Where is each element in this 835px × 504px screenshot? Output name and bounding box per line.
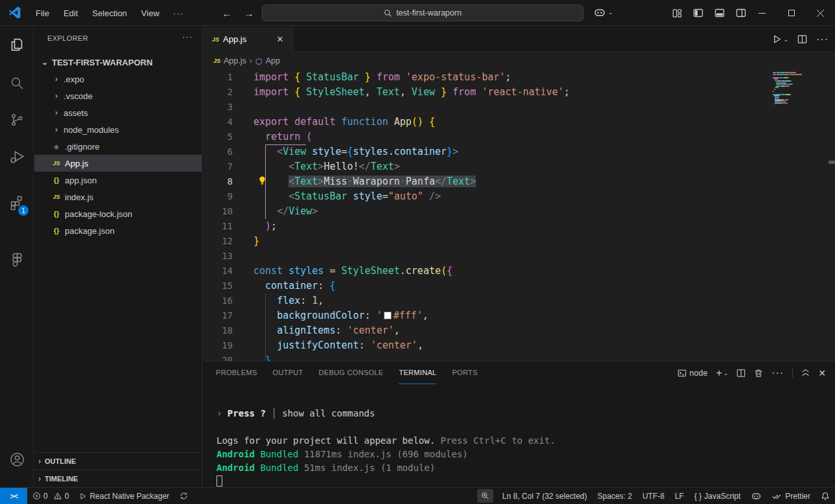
formatter-status[interactable]: Prettier xyxy=(767,488,816,504)
terminal-line: Logs for your project will appear below.… xyxy=(217,434,829,448)
breadcrumb-separator: › xyxy=(250,56,252,65)
minimap[interactable] xyxy=(773,72,816,106)
code-text: alignItems: 'center', xyxy=(253,323,400,338)
section-timeline[interactable]: ›TIMELINE xyxy=(34,470,202,487)
code-line-2: 2import { StyleSheet, Text, View } from … xyxy=(203,85,835,100)
sync-status[interactable] xyxy=(174,488,193,504)
chevron-down-icon: ⌄ xyxy=(40,58,50,67)
maximize-panel-icon[interactable] xyxy=(801,369,810,377)
search-view-icon[interactable] xyxy=(0,67,34,98)
close-panel-icon[interactable]: ✕ xyxy=(818,368,826,378)
code-text: ); xyxy=(253,219,277,234)
tree-item--gitignore[interactable]: ◈.gitignore xyxy=(34,138,202,155)
color-swatch xyxy=(384,312,392,319)
maximize-button[interactable] xyxy=(777,0,806,26)
cursor-position-status[interactable]: Ln 8, Col 7 (32 selected) xyxy=(497,488,593,504)
menu-edit[interactable]: Edit xyxy=(56,6,85,21)
explorer-more-actions-icon[interactable]: ··· xyxy=(182,32,193,41)
menu-view[interactable]: View xyxy=(134,6,167,21)
breadcrumb[interactable]: JSApp.js›⬡App xyxy=(203,52,835,70)
tree-item--expo[interactable]: ›.expo xyxy=(34,71,202,87)
line-number: 2 xyxy=(203,85,233,100)
double-check-icon xyxy=(772,492,782,500)
code-line-10: 10 </View> xyxy=(203,204,835,219)
copilot-status[interactable] xyxy=(746,488,767,504)
remote-indicator[interactable]: >< xyxy=(0,488,27,504)
minimize-button[interactable] xyxy=(747,0,777,26)
nav-back-icon[interactable]: ← xyxy=(219,5,235,21)
copilot-menu[interactable]: ⌄ xyxy=(593,6,613,19)
tree-item-label: package.json xyxy=(65,226,115,236)
code-editor[interactable]: 1import { StatusBar } from 'expo-status-… xyxy=(203,70,835,361)
panel-more-actions-icon[interactable]: ··· xyxy=(771,367,784,379)
customize-layout-icon[interactable] xyxy=(669,5,685,21)
breadcrumb-item-app.js[interactable]: JSApp.js xyxy=(213,56,246,65)
menu-selection[interactable]: Selection xyxy=(85,6,134,21)
tree-item-assets[interactable]: ›assets xyxy=(34,104,202,121)
toggle-panel-icon[interactable] xyxy=(712,5,727,21)
language-mode-status[interactable]: { } JavaScript xyxy=(689,488,746,504)
tree-item-node-modules[interactable]: ›node_modules xyxy=(34,121,202,138)
tree-item-app-json[interactable]: {}app.json xyxy=(34,172,202,189)
tree-item--vscode[interactable]: ›.vscode xyxy=(34,87,202,104)
tree-item-app-js[interactable]: JSApp.js xyxy=(34,155,202,172)
breadcrumb-item-app[interactable]: ⬡App xyxy=(255,56,280,66)
tree-item-package-lock-json[interactable]: {}package-lock.json xyxy=(34,205,202,222)
new-terminal-button[interactable]: +⌄ xyxy=(716,367,728,379)
menu-more-icon[interactable]: ··· xyxy=(167,6,190,21)
panel-tab-ports[interactable]: PORTS xyxy=(452,361,477,384)
code-line-4: 4export default function App() { xyxy=(203,115,835,130)
terminal-icon xyxy=(677,369,687,378)
problems-status[interactable]: 0 0 xyxy=(27,488,74,504)
kill-terminal-icon[interactable] xyxy=(754,369,763,378)
section-outline[interactable]: ›OUTLINE xyxy=(34,452,202,470)
code-line-18: 18 alignItems: 'center', xyxy=(203,323,835,338)
tree-item-index-js[interactable]: JSindex.js xyxy=(34,189,202,205)
lightbulb-icon[interactable] xyxy=(257,176,267,185)
tab-appjs[interactable]: JS App.js ✕ xyxy=(203,27,294,52)
shell-label: node xyxy=(690,369,708,378)
nav-forward-icon[interactable]: → xyxy=(241,5,257,21)
react-native-packager-status[interactable]: React Native Packager xyxy=(74,488,174,504)
eol-status[interactable]: LF xyxy=(670,488,689,504)
line-number: 3 xyxy=(203,100,233,115)
split-terminal-icon[interactable] xyxy=(736,369,746,378)
indentation-status[interactable]: Spaces: 2 xyxy=(593,488,637,504)
sync-icon xyxy=(180,492,188,500)
run-debug-icon[interactable] xyxy=(0,141,34,172)
error-icon xyxy=(32,492,41,500)
command-center-search[interactable]: test-first-waraporn xyxy=(262,5,583,21)
source-control-icon[interactable] xyxy=(0,104,34,135)
close-window-button[interactable] xyxy=(806,0,835,26)
tree-root-folder[interactable]: ⌄TEST-FIRST-WARAPORN xyxy=(34,54,202,71)
toggle-secondary-sidebar-icon[interactable] xyxy=(733,5,749,21)
tab-close-icon[interactable]: ✕ xyxy=(274,33,287,46)
editor-group: JS App.js ✕ ⌄ ··· JSApp.js›⬡App 1import … xyxy=(203,27,835,361)
toggle-primary-sidebar-icon[interactable] xyxy=(690,5,706,21)
panel-tab-problems[interactable]: PROBLEMS xyxy=(216,361,257,384)
code-text: <Text>Miss·Waraporn·Panfa</Text> xyxy=(253,174,476,189)
explorer-icon[interactable] xyxy=(0,29,34,60)
run-code-button[interactable]: ⌄ xyxy=(772,34,788,44)
notifications-bell-icon[interactable] xyxy=(816,488,831,504)
panel-tab-debug-console[interactable]: DEBUG CONSOLE xyxy=(319,361,384,384)
figma-icon[interactable] xyxy=(0,244,34,275)
panel-tab-output[interactable]: OUTPUT xyxy=(273,361,303,384)
accounts-icon[interactable] xyxy=(0,444,34,475)
editor-more-actions-icon[interactable]: ··· xyxy=(816,34,829,45)
panel-tab-bar: PROBLEMSOUTPUTDEBUG CONSOLETERMINALPORTS xyxy=(216,361,478,384)
shell-select[interactable]: node xyxy=(677,369,708,378)
tree-item-package-json[interactable]: {}package.json xyxy=(34,222,202,239)
js-file-icon: JS xyxy=(213,58,220,64)
extensions-icon[interactable]: 1 xyxy=(0,187,34,218)
chevron-right-icon: › xyxy=(51,91,62,100)
zoom-status[interactable] xyxy=(477,489,493,503)
menu-file[interactable]: File xyxy=(29,6,56,21)
code-line-7: 7 <Text>Hello!</Text> xyxy=(203,159,835,174)
encoding-status[interactable]: UTF-8 xyxy=(637,488,670,504)
panel-tab-terminal[interactable]: TERMINAL xyxy=(399,361,436,384)
editor-scrollbar[interactable] xyxy=(826,70,835,361)
split-editor-icon[interactable] xyxy=(797,34,807,44)
terminal-output[interactable]: › Press ? │ show all commands Logs for y… xyxy=(217,407,829,485)
code-line-9: 9 <StatusBar style="auto" /> xyxy=(203,189,835,204)
